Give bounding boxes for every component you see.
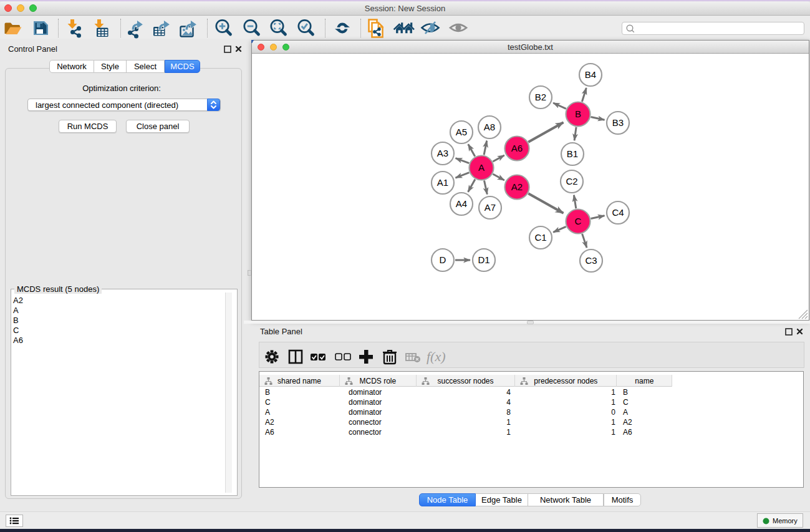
svg-text:A2: A2 [511,181,523,192]
svg-text:C1: C1 [534,232,546,243]
svg-text:D1: D1 [478,254,489,265]
svg-text:A6: A6 [511,143,523,153]
svg-text:A3: A3 [437,148,448,158]
svg-text:A5: A5 [456,127,467,137]
svg-text:A1: A1 [437,177,448,188]
svg-text:B3: B3 [612,117,624,128]
svg-text:B2: B2 [535,92,546,102]
svg-text:B: B [575,109,581,119]
svg-text:A: A [478,162,485,173]
svg-text:B4: B4 [585,69,596,80]
svg-text:A7: A7 [485,202,496,213]
svg-text:C4: C4 [612,207,624,218]
svg-text:C: C [575,216,582,226]
svg-text:A8: A8 [484,122,495,132]
svg-text:A4: A4 [456,198,467,209]
svg-text:B1: B1 [567,148,578,159]
svg-text:C3: C3 [585,255,597,266]
svg-text:D: D [440,254,446,265]
svg-text:C2: C2 [566,176,577,186]
